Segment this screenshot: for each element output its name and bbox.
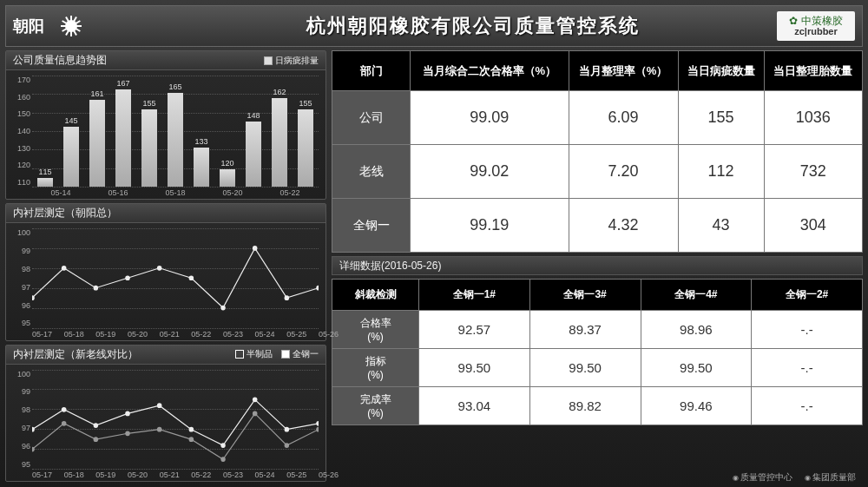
metric-cell: 合格率 (%) [332, 311, 419, 349]
value-cell: 43 [678, 199, 764, 253]
bar: 133 [194, 148, 209, 187]
table-row: 老线99.027.20112732 [332, 145, 863, 199]
value-cell: 99.09 [411, 91, 569, 145]
summary-header: 当月综合二次合格率（%） [411, 51, 569, 91]
panel-inner-compare-title: 内衬层测定（新老线对比） [13, 347, 138, 362]
table-row: 全钢一99.194.3243304 [332, 199, 863, 253]
value-cell: 93.04 [419, 387, 530, 425]
value-cell: 304 [764, 199, 862, 253]
value-cell: 89.82 [529, 387, 641, 425]
summary-table: 部门当月综合二次合格率（%）当月整理率（%）当日病疵数量当日整理胎数量 公司99… [332, 50, 863, 253]
brand-left: 朝阳 [13, 14, 169, 38]
bar: 161 [89, 100, 105, 187]
value-cell: 155 [678, 91, 764, 145]
value-cell: 89.37 [529, 311, 641, 349]
value-cell: 112 [678, 145, 764, 199]
detail-col-header: 全钢一2# [752, 280, 863, 311]
bar: 155 [141, 109, 157, 187]
detail-title: 详细数据(2016-05-26) [332, 256, 863, 275]
panel-inner-compare: 内衬层测定（新老线对比） 半制品 全钢一 1009998979695 05-17… [5, 345, 326, 483]
value-cell: 4.32 [569, 199, 678, 253]
legend-compare-a: 半制品 [235, 348, 273, 360]
panel-trend: 公司质量信息趋势图 日病疵排量 170160150140130120110 11… [5, 50, 326, 200]
summary-header: 当日病疵数量 [678, 51, 764, 91]
panel-inner-total-title: 内衬层测定（朝阳总） [13, 206, 117, 220]
table-row: 指标 (%)99.5099.5099.50-.- [332, 349, 863, 387]
value-cell: 99.50 [529, 349, 641, 387]
value-cell: 99.19 [411, 199, 569, 253]
panel-inner-total: 内衬层测定（朝阳总） 1009998979695 05-1705-1805-19… [5, 203, 326, 341]
bar: 148 [246, 122, 261, 187]
value-cell: -.- [752, 349, 863, 387]
detail-col-header: 全钢一4# [641, 280, 752, 311]
dept-cell: 公司 [332, 91, 411, 145]
detail-col-header: 全钢一1# [419, 280, 530, 311]
value-cell: 99.02 [411, 145, 569, 199]
detail-col-header: 全钢一3# [529, 280, 641, 311]
app-header: 朝阳 杭州朝阳橡胶有限公司质量管控系统 ✿ 中策橡胶 zc|rubber [5, 5, 863, 47]
brand-right: ✿ 中策橡胶 zc|rubber [777, 11, 855, 41]
chart-inner-compare: 1009998979695 05-1705-1805-1905-2005-210… [6, 365, 326, 482]
legend-compare-b: 全钢一 [281, 348, 319, 360]
legend-trend: 日病疵排量 [264, 55, 319, 67]
page-title: 杭州朝阳橡胶有限公司质量管控系统 [180, 13, 766, 39]
value-cell: 7.20 [569, 145, 678, 199]
tree-icon: ✿ 中策橡胶 [789, 16, 842, 26]
bar: 165 [168, 93, 183, 187]
detail-table: 斜裁检测全钢一1#全钢一3#全钢一4#全钢一2# 合格率 (%)92.5789.… [332, 279, 863, 425]
detail-corner: 斜裁检测 [332, 280, 419, 311]
value-cell: 99.46 [641, 387, 752, 425]
chart-inner-total: 1009998979695 05-1705-1805-1905-2005-210… [6, 223, 326, 340]
bar: 120 [220, 169, 235, 187]
summary-header: 部门 [332, 51, 411, 91]
summary-header: 当月整理率（%） [569, 51, 678, 91]
dept-cell: 老线 [332, 145, 411, 199]
value-cell: 98.96 [641, 311, 752, 349]
summary-header: 当日整理胎数量 [764, 51, 862, 91]
value-cell: 92.57 [419, 311, 530, 349]
value-cell: -.- [752, 311, 863, 349]
value-cell: 1036 [764, 91, 862, 145]
value-cell: -.- [752, 387, 863, 425]
value-cell: 99.50 [419, 349, 530, 387]
bar: 115 [37, 178, 53, 187]
bar: 145 [63, 127, 79, 187]
value-cell: 732 [764, 145, 862, 199]
value-cell: 99.50 [641, 349, 752, 387]
value-cell: 6.09 [569, 91, 678, 145]
bar: 167 [115, 89, 131, 187]
bar: 155 [298, 109, 313, 187]
bar: 162 [272, 98, 287, 187]
table-row: 公司99.096.091551036 [332, 91, 863, 145]
brand-text: 朝阳 [13, 16, 44, 36]
metric-cell: 完成率 (%) [332, 387, 419, 425]
dept-cell: 全钢一 [332, 199, 411, 253]
footer-b: 集团质量部 [805, 471, 856, 484]
footer: 质量管控中心 集团质量部 [733, 471, 856, 484]
metric-cell: 指标 (%) [332, 349, 419, 387]
table-row: 合格率 (%)92.5789.3798.96-.- [332, 311, 863, 349]
table-row: 完成率 (%)93.0489.8299.46-.- [332, 387, 863, 425]
footer-a: 质量管控中心 [733, 471, 792, 484]
panel-trend-title: 公司质量信息趋势图 [13, 53, 107, 68]
brand-right-text: zc|rubber [794, 26, 838, 36]
sunrise-icon [49, 14, 93, 38]
chart-trend: 170160150140130120110 115145161167155165… [6, 70, 326, 199]
